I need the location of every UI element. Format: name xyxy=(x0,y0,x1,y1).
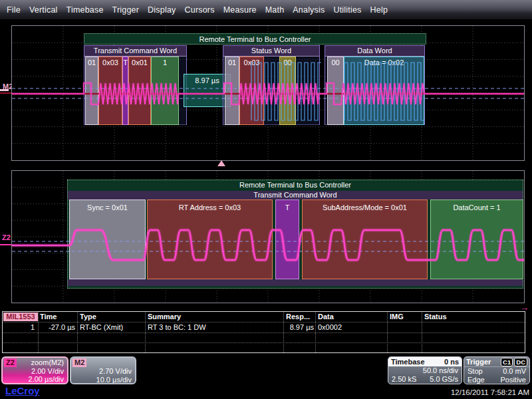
cell-type: RT-BC (Xmit) xyxy=(80,323,123,331)
col-img: IMG xyxy=(390,313,404,321)
lecroy-logo: LeCroy xyxy=(5,385,40,396)
waveform-panel-m2: Remote Terminal to Bus Controller Transm… xyxy=(11,25,525,161)
trigger-coupling-badge: DC xyxy=(514,358,527,366)
trigger-type: Edge xyxy=(467,376,485,384)
menu-trigger[interactable]: Trigger xyxy=(112,5,140,15)
menu-analysis[interactable]: Analysis xyxy=(293,5,325,15)
cell-data: 0x0002 xyxy=(318,323,342,331)
z2-baseline-stub xyxy=(0,244,11,245)
z2-descriptor-box[interactable]: Z2 zoom(M2) 2.00 V/div 2.00 µs/div xyxy=(1,356,68,384)
m2-level-indicator[interactable] xyxy=(0,89,9,91)
z2-trace-label: Z2 xyxy=(2,233,11,241)
col-time: Time xyxy=(40,313,57,321)
menu-measure[interactable]: Measure xyxy=(223,5,257,15)
menu-display[interactable]: Display xyxy=(148,5,176,15)
trigger-source-badge: C1 xyxy=(501,358,513,366)
m2-tdiv: 10.0 µs/div xyxy=(71,376,135,384)
trigger-title: Trigger xyxy=(466,358,499,366)
z2-vdiv: 2.00 V/div xyxy=(3,367,67,376)
trigger-level: 0.0 mV xyxy=(503,367,526,376)
cell-time: -27.0 µs xyxy=(39,323,75,331)
protocol-badge[interactable]: MIL1553 xyxy=(3,313,38,321)
cell-index: 1 xyxy=(3,323,35,331)
decode-result-table: MIL1553 Time Type Summary Resp... Data I… xyxy=(2,311,525,353)
menu-cursors[interactable]: Cursors xyxy=(185,5,215,15)
timebase-tdiv: 50.0 ns/div xyxy=(388,366,462,375)
timebase-offset: 0 ns xyxy=(444,358,459,366)
cell-summary: RT 3 to BC: 1 DW xyxy=(148,323,206,331)
col-status: Status xyxy=(424,313,447,321)
z2-chip: Z2 xyxy=(4,358,17,367)
col-data: Data xyxy=(318,313,334,321)
menu-utilities[interactable]: Utilities xyxy=(333,5,361,15)
m2-descriptor-box[interactable]: M2 2.70 V/div 10.0 µs/div xyxy=(70,356,136,384)
menu-bar: File Vertical Timebase Trigger Display C… xyxy=(0,0,532,20)
timebase-samples: 2.50 kS xyxy=(392,375,416,384)
col-type: Type xyxy=(80,313,96,321)
datetime-display: 12/16/2011 7:58:21 AM xyxy=(451,388,529,396)
m2-baseline-stub xyxy=(0,92,11,94)
m2-chip: M2 xyxy=(72,358,86,367)
menu-file[interactable]: File xyxy=(7,5,21,15)
trigger-mode: Stop xyxy=(467,367,483,376)
menu-timebase[interactable]: Timebase xyxy=(66,5,104,15)
trigger-position-marker[interactable] xyxy=(217,160,225,166)
timebase-rate: 5.0 GS/s xyxy=(430,375,458,384)
z2-tdiv: 2.00 µs/div xyxy=(3,375,67,384)
col-summary: Summary xyxy=(148,313,181,321)
menu-vertical[interactable]: Vertical xyxy=(29,5,58,15)
trigger-slope: Positive xyxy=(500,376,526,384)
waveform-m2 xyxy=(12,26,524,160)
menu-math[interactable]: Math xyxy=(265,5,285,15)
cell-resp: 8.97 µs xyxy=(269,323,314,331)
menu-help[interactable]: Help xyxy=(370,5,388,15)
m2-vdiv: 2.70 V/div xyxy=(71,367,135,376)
waveform-panel-z2: Remote Terminal to Bus Controller Transm… xyxy=(11,170,525,303)
waveform-z2 xyxy=(12,171,524,303)
timebase-title: Timebase xyxy=(391,358,425,366)
col-resp: Resp... xyxy=(286,313,310,321)
trigger-descriptor-box[interactable]: Trigger C1 DC Stop 0.0 mV Edge Positive xyxy=(464,356,530,384)
oscilloscope-screen: File Vertical Timebase Trigger Display C… xyxy=(0,0,532,399)
timebase-descriptor-box[interactable]: Timebase 0 ns 50.0 ns/div 2.50 kS 5.0 GS… xyxy=(388,356,462,384)
